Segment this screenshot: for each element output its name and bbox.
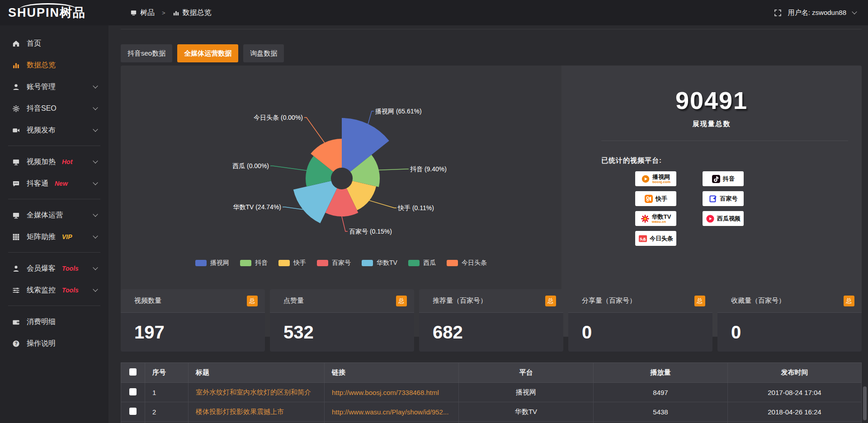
legend-label: 抖音 xyxy=(255,259,268,267)
stat-card-0: 视频数量 总 197 xyxy=(121,289,265,352)
chevron-down-icon[interactable] xyxy=(852,9,857,14)
chevron-down-icon[interactable] xyxy=(93,83,98,88)
platform-name: 播视网 xyxy=(652,174,670,180)
legend-item-今日头条[interactable]: 今日头条 xyxy=(447,259,487,267)
legend-item-抖音[interactable]: 抖音 xyxy=(240,259,268,267)
cell-platform: 华数TV xyxy=(459,402,594,422)
pie-label-line xyxy=(342,216,348,231)
sidebar-divider xyxy=(8,199,100,199)
chevron-down-icon[interactable] xyxy=(93,212,98,216)
chevron-down-icon[interactable] xyxy=(93,233,98,238)
legend-swatch xyxy=(317,260,328,266)
chevron-down-icon[interactable] xyxy=(93,158,98,163)
username-label[interactable]: 用户名: zswodun88 xyxy=(788,9,846,17)
sidebar-item-5[interactable]: 视频加热 Hot xyxy=(0,151,108,173)
legend-item-快手[interactable]: 快手 xyxy=(278,259,306,267)
chevron-down-icon[interactable] xyxy=(93,287,98,291)
legend-label: 西瓜 xyxy=(423,259,436,267)
sidebar-item-10[interactable]: 线索监控 Tools xyxy=(0,279,108,301)
tab-bar: 抖音seo数据全媒体运营数据询盘数据 xyxy=(121,44,284,62)
monitor-icon xyxy=(12,212,20,219)
sidebar-item-3[interactable]: 抖音SEO xyxy=(0,98,108,119)
sidebar-item-8[interactable]: 矩阵助推 VIP xyxy=(0,226,108,248)
sidebar-item-11[interactable]: 消费明细 xyxy=(0,311,108,333)
scrollbar-thumb[interactable] xyxy=(863,386,867,420)
pie-label-line xyxy=(379,169,409,170)
chevron-down-icon[interactable] xyxy=(93,180,98,185)
cell-title[interactable]: 室外水纹灯和室内水纹灯的区别和简介 xyxy=(189,383,325,402)
sidebar-item-12[interactable]: ? 操作说明 xyxy=(0,333,108,354)
stat-card-header: 点赞量 总 xyxy=(270,289,414,313)
stat-card-title: 分享量（百家号） xyxy=(582,296,636,305)
cell-title[interactable]: 楼体投影灯投影效果震撼上市 xyxy=(189,402,325,422)
sidebar-item-2[interactable]: 账号管理 xyxy=(0,76,108,98)
row-checkbox[interactable] xyxy=(129,408,137,415)
stat-card-header: 推荐量（百家号） 总 xyxy=(419,289,563,313)
select-all-checkbox[interactable] xyxy=(129,368,137,376)
platform-badge-华数TV: 华数TV wasu.cn xyxy=(635,211,676,226)
tab-2[interactable]: 询盘数据 xyxy=(243,44,284,62)
legend-swatch xyxy=(362,260,373,266)
fullscreen-icon[interactable] xyxy=(774,9,782,17)
help-icon: ? xyxy=(12,340,20,348)
stat-card-header: 视频数量 总 xyxy=(121,289,265,313)
legend-item-华数TV[interactable]: 华数TV xyxy=(362,259,397,267)
breadcrumb-item-home[interactable]: 树品 xyxy=(140,8,155,18)
legend-swatch xyxy=(447,260,458,266)
cell-title[interactable] xyxy=(189,422,325,423)
stat-card-title: 点赞量 xyxy=(283,296,304,305)
stat-card-value: 197 xyxy=(134,322,165,343)
chart-legend: 播视网 抖音 快手 百家号 华数TV 西瓜 今日头条 xyxy=(121,259,561,267)
chevron-down-icon[interactable] xyxy=(93,127,98,132)
cell-platform xyxy=(459,422,594,423)
pie-label-line xyxy=(369,201,396,208)
stat-card-body: 532 xyxy=(270,313,414,352)
stat-card-body: 0 xyxy=(717,313,862,352)
cell-link[interactable]: http://www.boosj.com/7338468.html xyxy=(325,383,459,402)
legend-item-百家号[interactable]: 百家号 xyxy=(317,259,351,267)
top-bar: SHUPIN树品 树品 > 数据总览 用户名: zswodun88 xyxy=(0,0,868,25)
cell-num: 1 xyxy=(145,383,189,402)
legend-label: 百家号 xyxy=(332,259,351,267)
main-content: 抖音seo数据全媒体运营数据询盘数据 播视网 (65.61%)抖音 (9.40%… xyxy=(108,25,868,423)
sidebar-item-label: 操作说明 xyxy=(27,339,56,348)
pie-label: 今日头条 (0.00%) xyxy=(254,114,303,121)
sidebar-item-1[interactable]: 数据总览 xyxy=(0,54,108,76)
sidebar-item-9[interactable]: 会员爆客 Tools xyxy=(0,258,108,279)
video-table-wrap: 序号 标题 链接 平台 播放量 发布时间 1 室外水纹灯和室内水纹灯的区别和简介… xyxy=(121,362,862,423)
row-checkbox[interactable] xyxy=(129,388,137,395)
header-platform: 平台 xyxy=(459,363,594,383)
platform-col-1: 抖音 百家号 xyxy=(703,171,744,246)
stat-card-title: 视频数量 xyxy=(134,296,161,305)
total-badge: 总 xyxy=(247,296,258,306)
cell-link[interactable]: http://www.wasu.cn/Play/show/id/952... xyxy=(325,402,459,422)
xigua-logo-icon xyxy=(706,214,715,223)
sidebar-item-0[interactable]: 首页 xyxy=(0,33,108,54)
gear-icon xyxy=(12,105,20,113)
pie-label: 西瓜 (0.00%) xyxy=(232,162,269,169)
breadcrumb-item-current[interactable]: 数据总览 xyxy=(183,8,212,18)
stat-card-title: 推荐量（百家号） xyxy=(433,296,487,305)
platform-badge-播视网: 播视网 boosj.com xyxy=(635,171,676,186)
chevron-down-icon[interactable] xyxy=(93,265,98,270)
legend-item-播视网[interactable]: 播视网 xyxy=(195,259,229,267)
tab-1[interactable]: 全媒体运营数据 xyxy=(177,44,238,62)
tab-0[interactable]: 抖音seo数据 xyxy=(121,44,172,62)
sidebar-item-label: 线索监控 xyxy=(27,286,56,295)
sidebar-item-7[interactable]: 全媒体运营 xyxy=(0,204,108,226)
sidebar-item-4[interactable]: 视频发布 xyxy=(0,119,108,141)
platform-badge-快手: 快手 xyxy=(635,191,676,206)
legend-swatch xyxy=(240,260,251,266)
platform-badge-西瓜视频: 西瓜视频 xyxy=(703,211,744,226)
sidebar-item-6[interactable]: 抖客通 New xyxy=(0,173,108,194)
pie-label: 华数TV (24.74%) xyxy=(233,203,281,211)
chevron-down-icon[interactable] xyxy=(93,105,98,110)
total-badge: 总 xyxy=(545,296,556,306)
legend-item-西瓜[interactable]: 西瓜 xyxy=(408,259,436,267)
sidebar-item-label: 矩阵助推 xyxy=(27,232,56,242)
cell-link[interactable] xyxy=(325,422,459,423)
wasu-logo-icon xyxy=(641,214,650,223)
total-impressions-label: 展现量总数 xyxy=(561,120,862,128)
stat-card-2: 推荐量（百家号） 总 682 xyxy=(419,289,563,352)
platform-col-0: 播视网 boosj.com 快手 xyxy=(635,171,676,246)
